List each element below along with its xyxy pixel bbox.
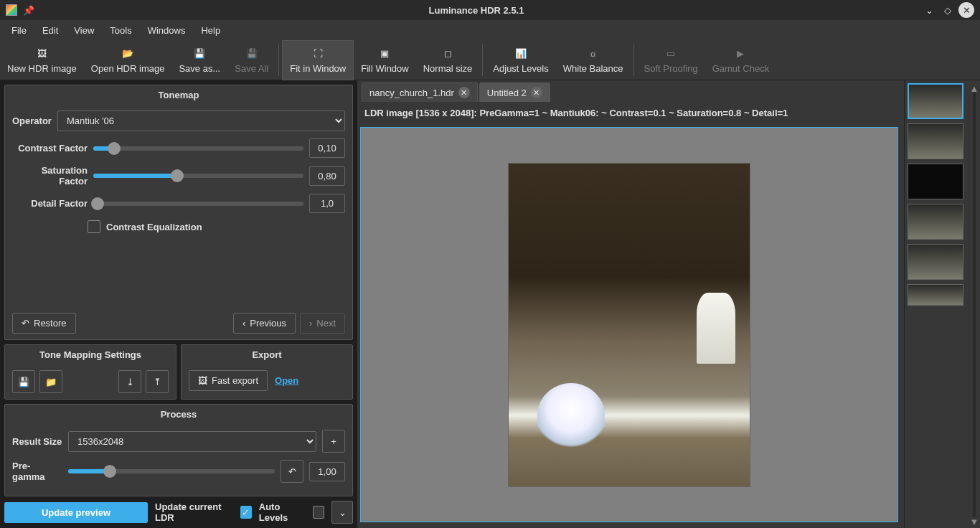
thumbnail-scrollbar[interactable]: ▲ ▼ xyxy=(970,83,979,525)
tonemap-title: Tonemap xyxy=(5,85,352,105)
update-ldr-label: Update current LDR xyxy=(155,501,233,523)
operator-select[interactable]: Mantiuk '06 xyxy=(57,110,345,131)
normal-size-button[interactable]: ◻Normal size xyxy=(416,40,480,80)
image-plus-icon: 🖼 xyxy=(34,47,49,61)
tms-title: Tone Mapping Settings xyxy=(5,345,176,364)
separator xyxy=(278,44,279,76)
next-button: ›Next xyxy=(300,313,345,334)
menu-file[interactable]: File xyxy=(4,22,34,39)
scroll-up-icon[interactable]: ▲ xyxy=(970,83,979,92)
operator-label: Operator xyxy=(12,116,52,126)
menu-tools[interactable]: Tools xyxy=(103,22,138,39)
pregamma-reset-button[interactable]: ↶ xyxy=(281,460,303,483)
menubar: File Edit View Tools Windows Help xyxy=(0,20,980,40)
preview-image xyxy=(508,163,750,487)
contrast-eq-label: Contrast Equalization xyxy=(106,222,202,232)
plus-icon: + xyxy=(331,436,336,447)
fast-export-button[interactable]: 🖼Fast export xyxy=(189,370,268,391)
pregamma-label: Pre-gamma xyxy=(12,461,62,482)
chevron-down-icon: ⌄ xyxy=(339,507,347,518)
menu-help[interactable]: Help xyxy=(194,22,227,39)
folder-icon: 📁 xyxy=(45,377,57,387)
update-preview-button[interactable]: Update preview xyxy=(4,502,148,523)
slider-value-0[interactable] xyxy=(309,138,345,158)
gamut-check-button: ▶Gamut Check xyxy=(705,40,776,80)
levels-icon: 📊 xyxy=(514,47,528,61)
slider-2[interactable] xyxy=(93,202,303,206)
contrast-eq-checkbox[interactable] xyxy=(88,220,100,233)
auto-levels-menu-button[interactable]: ⌄ xyxy=(331,501,353,524)
save-all-icon: 💾 xyxy=(245,47,259,61)
normal-icon: ◻ xyxy=(440,47,455,61)
toolbar: 🖼New HDR image 📂Open HDR image 💾Save as.… xyxy=(0,40,980,80)
tms-export-button[interactable]: ⤒ xyxy=(146,370,169,393)
export-open-link[interactable]: Open xyxy=(275,375,298,386)
export-panel: Export 🖼Fast export Open xyxy=(181,344,353,400)
pregamma-input[interactable] xyxy=(309,462,345,481)
thumbnail-3[interactable] xyxy=(908,164,963,199)
close-icon[interactable]: ✕ xyxy=(958,2,974,18)
tms-save-button[interactable]: 💾 xyxy=(12,370,35,393)
menu-edit[interactable]: Edit xyxy=(35,22,65,39)
tab-close-icon[interactable]: ✕ xyxy=(531,87,542,98)
white-balance-button[interactable]: ☼White Balance xyxy=(556,40,631,80)
fill-icon: ▣ xyxy=(377,47,392,61)
slider-value-2[interactable] xyxy=(309,194,345,213)
slider-label-1: Saturation Factor xyxy=(12,165,88,187)
slider-1[interactable] xyxy=(93,174,303,178)
separator xyxy=(482,44,483,76)
maximize-icon[interactable]: ◇ xyxy=(940,2,956,18)
tms-panel: Tone Mapping Settings 💾 📁 ⤓ ⤒ xyxy=(4,344,176,400)
minimize-icon[interactable]: ⌄ xyxy=(921,2,937,18)
undo-icon: ↶ xyxy=(22,318,29,329)
image-viewport[interactable] xyxy=(360,127,898,522)
tab-close-icon[interactable]: ✕ xyxy=(458,87,470,98)
save-icon: 💾 xyxy=(18,377,29,387)
tab-untitled-2[interactable]: Untitled 2✕ xyxy=(479,82,550,102)
pin-icon[interactable]: 📌 xyxy=(23,5,34,16)
thumbnail-4[interactable] xyxy=(908,204,963,240)
thumbnail-6[interactable] xyxy=(908,284,963,306)
proof-icon: ▭ xyxy=(664,47,678,61)
thumbnail-2[interactable] xyxy=(908,123,963,159)
thumbnail-1[interactable] xyxy=(908,83,963,119)
scroll-down-icon[interactable]: ▼ xyxy=(970,517,979,525)
gamut-icon: ▶ xyxy=(733,47,748,61)
chevron-right-icon: › xyxy=(309,318,312,329)
process-title: Process xyxy=(5,405,352,424)
new-hdr-button[interactable]: 🖼New HDR image xyxy=(0,40,84,80)
export-title: Export xyxy=(182,345,352,364)
center-panel: nancy_church_1.hdr✕ Untitled 2✕ LDR imag… xyxy=(357,80,904,528)
menu-view[interactable]: View xyxy=(67,22,101,39)
separator xyxy=(633,44,634,76)
update-ldr-checkbox[interactable]: ✓ xyxy=(240,506,252,519)
fit-icon: ⛶ xyxy=(311,47,325,61)
sun-icon: ☼ xyxy=(586,47,600,61)
tab-nancy-church[interactable]: nancy_church_1.hdr✕ xyxy=(362,82,478,102)
adjust-levels-button[interactable]: 📊Adjust Levels xyxy=(486,40,555,80)
result-size-select[interactable]: 1536x2048 xyxy=(68,431,316,452)
previous-button[interactable]: ‹Previous xyxy=(233,313,296,334)
process-panel: Process Result Size 1536x2048 + Pre-gamm… xyxy=(4,404,353,496)
auto-levels-checkbox[interactable] xyxy=(313,506,324,519)
fit-window-button[interactable]: ⛶Fit in Window xyxy=(282,40,354,80)
tms-open-button[interactable]: 📁 xyxy=(39,370,62,393)
thumbnail-5[interactable] xyxy=(908,244,963,280)
menu-windows[interactable]: Windows xyxy=(141,22,193,39)
pregamma-slider[interactable] xyxy=(68,469,275,473)
open-hdr-button[interactable]: 📂Open HDR image xyxy=(84,40,172,80)
slider-label-2: Detail Factor xyxy=(12,198,88,209)
tms-import-button[interactable]: ⤓ xyxy=(118,370,141,393)
restore-button[interactable]: ↶Restore xyxy=(12,313,76,334)
slider-value-1[interactable] xyxy=(309,166,345,186)
save-as-button[interactable]: 💾Save as... xyxy=(171,40,227,80)
fill-window-button[interactable]: ▣Fill Window xyxy=(354,40,415,80)
folder-open-icon: 📂 xyxy=(121,47,135,61)
thumbnail-panel: ▲ ▼ xyxy=(904,80,980,528)
reset-icon: ↶ xyxy=(288,466,296,477)
tonemap-panel: Tonemap Operator Mantiuk '06 Contrast Fa… xyxy=(4,85,353,340)
save-all-button: 💾Save All xyxy=(227,40,275,80)
slider-0[interactable] xyxy=(93,146,303,151)
add-size-button[interactable]: + xyxy=(322,430,345,453)
soft-proof-button: ▭Soft Proofing xyxy=(637,40,705,80)
